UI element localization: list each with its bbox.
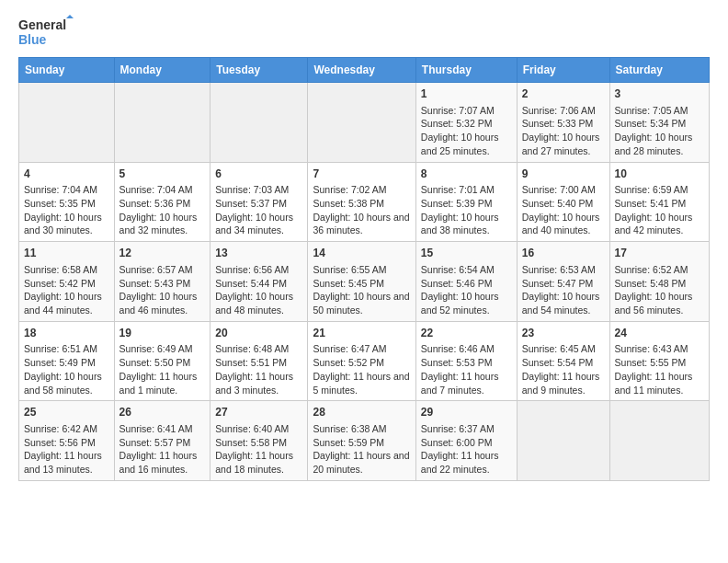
- calendar-cell: 1Sunrise: 7:07 AMSunset: 5:32 PMDaylight…: [415, 83, 517, 163]
- cell-text: Daylight: 10 hours and 28 minutes.: [615, 131, 704, 157]
- cell-text: Daylight: 11 hours and 5 minutes.: [313, 370, 410, 396]
- week-row-4: 18Sunrise: 6:51 AMSunset: 5:49 PMDayligh…: [19, 321, 710, 401]
- calendar-cell: 23Sunrise: 6:45 AMSunset: 5:54 PMDayligh…: [517, 321, 609, 401]
- cell-text: Sunset: 6:00 PM: [421, 436, 512, 450]
- week-row-2: 4Sunrise: 7:04 AMSunset: 5:35 PMDaylight…: [19, 162, 710, 242]
- cell-text: Daylight: 10 hours and 48 minutes.: [215, 290, 302, 316]
- calendar-cell: [308, 83, 415, 163]
- cell-text: Daylight: 11 hours and 16 minutes.: [119, 449, 206, 476]
- day-number: 20: [215, 326, 302, 341]
- day-number: 8: [421, 167, 512, 182]
- cell-text: Sunrise: 6:49 AM: [119, 342, 206, 356]
- cell-text: Daylight: 10 hours and 56 minutes.: [615, 290, 704, 316]
- day-number: 27: [215, 405, 302, 420]
- calendar-table: SundayMondayTuesdayWednesdayThursdayFrid…: [18, 57, 710, 481]
- day-number: 29: [421, 405, 512, 420]
- day-number: 25: [24, 405, 109, 420]
- calendar-cell: [517, 401, 609, 481]
- cell-text: Sunset: 5:39 PM: [421, 197, 512, 211]
- cell-text: Daylight: 10 hours and 42 minutes.: [615, 211, 704, 237]
- cell-text: Sunrise: 6:56 AM: [215, 263, 302, 277]
- cell-text: Sunset: 5:50 PM: [119, 356, 206, 370]
- day-number: 5: [119, 167, 206, 182]
- calendar-cell: 21Sunrise: 6:47 AMSunset: 5:52 PMDayligh…: [308, 321, 415, 401]
- day-number: 19: [119, 326, 206, 341]
- cell-text: Sunrise: 6:53 AM: [522, 263, 605, 277]
- col-header-wednesday: Wednesday: [308, 58, 415, 83]
- day-number: 21: [313, 326, 410, 341]
- cell-text: Sunset: 5:35 PM: [24, 197, 109, 211]
- cell-text: Sunrise: 7:04 AM: [24, 183, 109, 197]
- cell-text: Sunrise: 6:51 AM: [24, 342, 109, 356]
- cell-text: Daylight: 10 hours and 30 minutes.: [24, 211, 109, 237]
- cell-text: Daylight: 11 hours and 7 minutes.: [421, 370, 512, 396]
- col-header-thursday: Thursday: [415, 58, 517, 83]
- cell-text: Daylight: 10 hours and 40 minutes.: [522, 211, 605, 237]
- calendar-cell: 25Sunrise: 6:42 AMSunset: 5:56 PMDayligh…: [19, 401, 115, 481]
- cell-text: Sunset: 5:51 PM: [215, 356, 302, 370]
- cell-text: Sunrise: 6:40 AM: [215, 422, 302, 436]
- calendar-cell: 20Sunrise: 6:48 AMSunset: 5:51 PMDayligh…: [210, 321, 308, 401]
- day-number: 22: [421, 326, 512, 341]
- cell-text: Sunset: 5:36 PM: [119, 197, 206, 211]
- cell-text: Sunset: 5:34 PM: [615, 117, 704, 131]
- cell-text: Daylight: 11 hours and 9 minutes.: [522, 370, 605, 396]
- cell-text: Sunset: 5:33 PM: [522, 117, 605, 131]
- cell-text: Daylight: 10 hours and 25 minutes.: [421, 131, 512, 157]
- calendar-cell: [609, 401, 709, 481]
- col-header-tuesday: Tuesday: [210, 58, 308, 83]
- col-header-friday: Friday: [517, 58, 609, 83]
- cell-text: Sunrise: 6:48 AM: [215, 342, 302, 356]
- cell-text: Sunrise: 6:37 AM: [421, 422, 512, 436]
- cell-text: Sunset: 5:55 PM: [615, 356, 704, 370]
- cell-text: Daylight: 10 hours and 54 minutes.: [522, 290, 605, 316]
- day-number: 13: [215, 246, 302, 261]
- cell-text: Sunrise: 6:58 AM: [24, 263, 109, 277]
- cell-text: Sunrise: 7:02 AM: [313, 183, 410, 197]
- calendar-cell: [210, 83, 308, 163]
- cell-text: Sunrise: 7:06 AM: [522, 104, 605, 118]
- cell-text: Sunset: 5:37 PM: [215, 197, 302, 211]
- calendar-cell: 6Sunrise: 7:03 AMSunset: 5:37 PMDaylight…: [210, 162, 308, 242]
- cell-text: Sunrise: 6:41 AM: [119, 422, 206, 436]
- calendar-cell: 28Sunrise: 6:38 AMSunset: 5:59 PMDayligh…: [308, 401, 415, 481]
- calendar-cell: 5Sunrise: 7:04 AMSunset: 5:36 PMDaylight…: [114, 162, 210, 242]
- cell-text: Sunset: 5:53 PM: [421, 356, 512, 370]
- calendar-cell: 13Sunrise: 6:56 AMSunset: 5:44 PMDayligh…: [210, 242, 308, 322]
- calendar-cell: [19, 83, 115, 163]
- cell-text: Sunrise: 7:00 AM: [522, 183, 605, 197]
- cell-text: Sunset: 5:41 PM: [615, 197, 704, 211]
- cell-text: Daylight: 11 hours and 22 minutes.: [421, 449, 512, 476]
- day-number: 2: [522, 86, 605, 102]
- cell-text: Daylight: 10 hours and 34 minutes.: [215, 211, 302, 237]
- cell-text: Daylight: 11 hours and 1 minute.: [119, 370, 206, 396]
- cell-text: Sunrise: 7:01 AM: [421, 183, 512, 197]
- calendar-cell: 27Sunrise: 6:40 AMSunset: 5:58 PMDayligh…: [210, 401, 308, 481]
- cell-text: Sunrise: 6:57 AM: [119, 263, 206, 277]
- svg-text:General: General: [18, 17, 66, 32]
- cell-text: Sunrise: 6:59 AM: [615, 183, 704, 197]
- day-number: 12: [119, 246, 206, 261]
- calendar-cell: 3Sunrise: 7:05 AMSunset: 5:34 PMDaylight…: [609, 83, 709, 163]
- calendar-cell: 18Sunrise: 6:51 AMSunset: 5:49 PMDayligh…: [19, 321, 115, 401]
- day-number: 4: [24, 167, 109, 182]
- cell-text: Sunrise: 7:04 AM: [119, 183, 206, 197]
- header-row: SundayMondayTuesdayWednesdayThursdayFrid…: [19, 58, 710, 83]
- cell-text: Daylight: 10 hours and 52 minutes.: [421, 290, 512, 316]
- svg-marker-2: [66, 15, 74, 18]
- logo: GeneralBlue: [18, 15, 74, 48]
- calendar-cell: 9Sunrise: 7:00 AMSunset: 5:40 PMDaylight…: [517, 162, 609, 242]
- calendar-cell: 19Sunrise: 6:49 AMSunset: 5:50 PMDayligh…: [114, 321, 210, 401]
- calendar-cell: 8Sunrise: 7:01 AMSunset: 5:39 PMDaylight…: [415, 162, 517, 242]
- cell-text: Daylight: 10 hours and 38 minutes.: [421, 211, 512, 237]
- cell-text: Sunrise: 7:07 AM: [421, 104, 512, 118]
- calendar-cell: 12Sunrise: 6:57 AMSunset: 5:43 PMDayligh…: [114, 242, 210, 322]
- calendar-cell: 11Sunrise: 6:58 AMSunset: 5:42 PMDayligh…: [19, 242, 115, 322]
- header: GeneralBlue: [18, 15, 710, 48]
- cell-text: Sunset: 5:48 PM: [615, 277, 704, 291]
- cell-text: Daylight: 11 hours and 11 minutes.: [615, 370, 704, 396]
- cell-text: Sunrise: 7:03 AM: [215, 183, 302, 197]
- cell-text: Sunset: 5:58 PM: [215, 436, 302, 450]
- cell-text: Daylight: 11 hours and 18 minutes.: [215, 449, 302, 476]
- week-row-3: 11Sunrise: 6:58 AMSunset: 5:42 PMDayligh…: [19, 242, 710, 322]
